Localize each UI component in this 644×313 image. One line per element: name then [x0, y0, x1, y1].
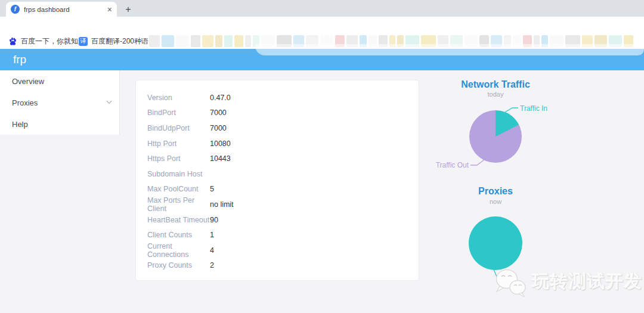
proxies-chart-title: Proxies — [423, 186, 568, 197]
blurred-bookmark-block — [176, 35, 189, 47]
field-label: Version — [147, 94, 210, 102]
field-value: no limit — [210, 200, 234, 209]
blurred-bookmark-block — [191, 35, 200, 47]
bookmark-baidu[interactable]: 百度一下，你就知道 — [8, 35, 85, 47]
browser-tab[interactable]: f frps dashboard × — [6, 2, 117, 17]
table-row: Https Port10443 — [147, 151, 419, 166]
network-traffic-pie[interactable] — [469, 110, 522, 163]
frp-favicon-icon: f — [11, 5, 20, 14]
redaction-overlay — [255, 44, 644, 55]
tab-close-icon[interactable]: × — [107, 5, 112, 14]
field-value: 10080 — [210, 140, 231, 148]
table-row: Current Connections4 — [147, 243, 419, 258]
field-value: 90 — [210, 216, 218, 224]
proxies-pie[interactable] — [469, 216, 522, 270]
sidebar-item-label: Proxies — [12, 98, 38, 107]
sidebar-menu: Overview Proxies Help — [0, 70, 120, 135]
server-info-panel: Version0.47.0BindPort7000BindUdpPort7000… — [135, 80, 419, 281]
frp-brand: frp — [13, 53, 26, 66]
sidebar-item-label: Help — [12, 120, 28, 129]
table-row: Subdomain Host — [147, 166, 419, 182]
traffic-out-label: Traffic Out — [431, 161, 469, 169]
tab-strip: f frps dashboard × + — [0, 0, 644, 17]
blurred-bookmark-block — [245, 35, 251, 47]
baidu-paw-icon — [8, 37, 17, 46]
field-value: 0.47.0 — [210, 94, 231, 102]
translate-icon: 译 — [79, 37, 88, 46]
table-row: Max Ports Per Clientno limit — [147, 197, 419, 212]
table-row: Http Port10080 — [147, 136, 419, 151]
field-value: 2 — [210, 261, 214, 269]
field-label: Max PoolCount — [147, 185, 210, 193]
field-value: 7000 — [210, 124, 227, 132]
field-label: Subdomain Host — [147, 170, 210, 178]
server-info-table: Version0.47.0BindPort7000BindUdpPort7000… — [147, 90, 419, 273]
field-value: 1 — [210, 231, 214, 239]
field-value: 10443 — [210, 154, 231, 163]
table-row: BindUdpPort7000 — [147, 120, 419, 136]
blurred-bookmark-block — [162, 35, 174, 47]
table-row: Version0.47.0 — [147, 90, 419, 106]
sidebar-item-overview[interactable]: Overview — [0, 70, 119, 92]
blurred-bookmark-block — [224, 35, 233, 47]
traffic-in-label: Traffic In — [520, 104, 547, 113]
browser-toolbar: 不安全 2:7500/static/#/ — [0, 17, 644, 33]
blurred-bookmark-block — [149, 35, 160, 47]
table-row: Client Counts1 — [147, 227, 419, 243]
table-row: BindPort7000 — [147, 106, 419, 121]
bookmark-label: 百度一下，你就知道 — [21, 36, 85, 47]
sidebar-item-proxies[interactable]: Proxies — [0, 92, 119, 113]
blurred-bookmark-block — [234, 35, 243, 47]
new-tab-button[interactable]: + — [122, 3, 135, 16]
network-traffic-title: Network Traffic — [423, 79, 568, 90]
proxies-chart-subtitle: now — [423, 198, 568, 205]
watermark-text: 玩转测试开发 — [532, 270, 643, 294]
sidebar-item-help[interactable]: Help — [0, 113, 119, 135]
field-label: Http Port — [147, 140, 210, 148]
wechat-logo-icon — [493, 265, 528, 299]
browser-window: f frps dashboard × + 不安全 2:7500/static/#… — [0, 0, 644, 313]
network-traffic-subtitle: today — [423, 91, 568, 98]
field-value: 4 — [210, 246, 214, 255]
field-label: Current Connections — [147, 242, 210, 259]
watermark: 玩转测试开发 — [493, 265, 643, 299]
field-label: Https Port — [147, 154, 210, 163]
sidebar-item-label: Overview — [12, 77, 44, 86]
field-label: Client Counts — [147, 231, 210, 239]
field-label: BindUdpPort — [147, 124, 210, 132]
field-value: 7000 — [210, 109, 227, 117]
blurred-bookmark-block — [202, 35, 213, 47]
bookmark-baidu-translate[interactable]: 译 百度翻译-200种语... — [79, 35, 154, 47]
table-row: Max PoolCount5 — [147, 182, 419, 197]
table-row: HeartBeat Timeout90 — [147, 212, 419, 228]
field-label: BindPort — [147, 109, 210, 117]
field-label: HeartBeat Timeout — [147, 216, 210, 224]
field-label: Proxy Counts — [147, 261, 210, 269]
field-label: Max Ports Per Client — [147, 196, 210, 213]
bookmark-label: 百度翻译-200种语... — [91, 36, 154, 47]
blurred-bookmark-block — [215, 35, 222, 47]
chevron-down-icon — [106, 100, 112, 104]
field-value: 5 — [210, 185, 214, 193]
tab-title: frps dashboard — [24, 6, 104, 13]
table-row: Proxy Counts2 — [147, 258, 419, 274]
